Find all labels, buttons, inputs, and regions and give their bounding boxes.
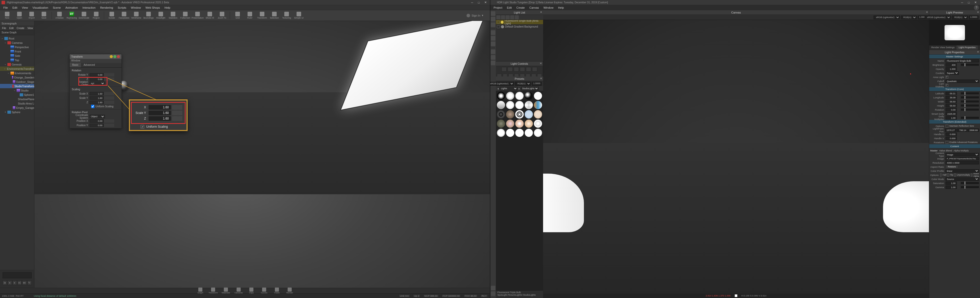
qab-cameras[interactable]: Cameras bbox=[233, 288, 244, 294]
tree-node[interactable]: −Genesis bbox=[0, 62, 34, 67]
grp-master[interactable]: Master Settings bbox=[929, 55, 980, 59]
preset-thumb[interactable] bbox=[506, 120, 514, 128]
tl-loop[interactable]: ↻ bbox=[27, 281, 32, 285]
prop-image[interactable]: P_PRESETS/presets/8b2bc75a-c744-4e9d-82c… bbox=[945, 157, 979, 160]
ll-add[interactable] bbox=[510, 15, 514, 19]
preset-thumb[interactable] bbox=[525, 110, 533, 118]
qab-render[interactable]: Render bbox=[284, 288, 295, 294]
zoom-uniform-cb[interactable]: ✓ bbox=[141, 125, 144, 128]
presets-srgb[interactable]: sRGB (cgMonitor) bbox=[490, 82, 514, 86]
preset-grid[interactable] bbox=[496, 91, 543, 290]
preview-rgba[interactable]: RGB(A) bbox=[952, 16, 968, 19]
preset-thumb[interactable] bbox=[534, 92, 542, 100]
vt-pick[interactable] bbox=[491, 49, 495, 54]
tp-max[interactable] bbox=[113, 55, 116, 58]
vt-rotate[interactable] bbox=[491, 17, 495, 21]
ll-lock[interactable] bbox=[506, 15, 510, 19]
tree-node[interactable]: −Studio bbox=[0, 88, 34, 92]
prop-opacity[interactable]: 1.000 bbox=[945, 67, 957, 71]
prop-arealight[interactable] bbox=[945, 76, 948, 79]
preset-thumb[interactable] bbox=[534, 120, 542, 128]
viewport-3d[interactable]: Transform Window Basic Advanced Rotation… bbox=[35, 21, 490, 288]
preset-thumb[interactable] bbox=[506, 129, 514, 137]
preset-thumb[interactable] bbox=[515, 129, 523, 137]
preset-thumb[interactable] bbox=[525, 92, 533, 100]
uniform-scaling-cb[interactable] bbox=[91, 105, 94, 108]
vt-move[interactable] bbox=[491, 11, 495, 16]
brightness-slider[interactable] bbox=[961, 64, 979, 66]
lc-2[interactable] bbox=[508, 67, 513, 71]
preset-thumb[interactable] bbox=[497, 110, 505, 118]
tl-prev[interactable]: ◂ bbox=[7, 281, 12, 285]
zoom-z[interactable]: 1.60 bbox=[148, 116, 171, 121]
tree-node[interactable]: +Sphere bbox=[0, 110, 34, 114]
vt-blend[interactable] bbox=[491, 36, 495, 41]
lc-3[interactable] bbox=[514, 67, 519, 71]
transform-window-menu[interactable]: Window bbox=[70, 59, 121, 63]
tree-node[interactable]: Front bbox=[0, 49, 34, 54]
prop-maintain[interactable] bbox=[945, 125, 948, 127]
preset-thumb[interactable] bbox=[497, 101, 505, 109]
tab-advanced[interactable]: Advanced bbox=[81, 63, 97, 67]
bc-up[interactable]: ◂ bbox=[497, 87, 499, 90]
tree-node[interactable]: −Root bbox=[0, 36, 34, 41]
prop-gamma[interactable]: 1.00 bbox=[945, 185, 957, 189]
ll-solo[interactable] bbox=[501, 15, 505, 19]
tree-node[interactable]: Studio Area Lights (HDR L bbox=[0, 101, 34, 106]
lightlist-close[interactable]: ✕ bbox=[540, 11, 542, 14]
pivot-x[interactable]: 0.00 bbox=[89, 119, 103, 123]
timeline[interactable]: |◂ ◂ ▸ ▸| ▸▸ ↻ bbox=[0, 270, 34, 288]
qab-materials[interactable]: Materials bbox=[221, 288, 231, 294]
lc-6[interactable] bbox=[532, 67, 537, 71]
preset-thumb[interactable] bbox=[525, 120, 533, 128]
tb-presentation[interactable]: Presentation bbox=[192, 11, 203, 21]
tree-node[interactable]: Orange_Sweden bbox=[0, 75, 34, 79]
tb-raytracing[interactable]: RTRaytracing bbox=[66, 11, 77, 21]
hdrls-close[interactable]: ✕ bbox=[972, 0, 978, 5]
prop-sat[interactable]: 1.00 bbox=[945, 182, 957, 185]
menu-file[interactable]: File bbox=[1, 6, 10, 9]
scale-x[interactable]: 1.60 bbox=[89, 92, 103, 95]
tb-statistics[interactable]: Statistics bbox=[167, 11, 179, 21]
prop-long[interactable]: 38.09 bbox=[945, 96, 957, 99]
tb-headlight[interactable]: Headlight bbox=[155, 11, 166, 21]
hmenu-create[interactable]: Create bbox=[514, 6, 527, 9]
hmenu-canvas[interactable]: Canvas bbox=[527, 6, 541, 9]
tree-node[interactable]: Side bbox=[0, 54, 34, 58]
tl-next[interactable]: ▸| bbox=[18, 281, 22, 285]
rotation-order[interactable]: xyz bbox=[89, 82, 105, 85]
hdrls-min[interactable]: ─ bbox=[959, 0, 965, 5]
bc-studio[interactable]: StudioLights bbox=[521, 87, 539, 90]
menu-interaction[interactable]: Interaction bbox=[80, 6, 98, 9]
ll-folder[interactable] bbox=[515, 15, 519, 19]
tree-node[interactable]: Empty_Garage bbox=[0, 106, 34, 110]
prop-advrot[interactable] bbox=[945, 141, 948, 144]
tb-antialias[interactable]: Antialias bbox=[54, 11, 65, 21]
tb-faceplates[interactable]: Faceplates bbox=[118, 11, 130, 21]
coord-system[interactable]: Object bbox=[89, 115, 105, 118]
vt-color[interactable] bbox=[491, 41, 495, 46]
lc-4[interactable] bbox=[520, 67, 525, 71]
menu-help[interactable]: Help bbox=[162, 6, 173, 9]
lightlist-row[interactable]: Fluorescent Single Bulb [Area Light] bbox=[496, 20, 543, 24]
tb-new[interactable]: New bbox=[2, 11, 13, 21]
tb-zoomto[interactable]: Zoom To bbox=[216, 11, 228, 21]
preset-thumb[interactable] bbox=[534, 110, 542, 118]
hmenu-window[interactable]: Window bbox=[541, 6, 556, 9]
prop-hv[interactable]: 0.000 bbox=[945, 136, 957, 140]
preset-thumb[interactable] bbox=[506, 110, 514, 118]
menu-window[interactable]: Window bbox=[129, 6, 143, 9]
qab-clips[interactable]: Clips bbox=[246, 288, 257, 294]
preview-exposure[interactable]: 1.0000 bbox=[969, 16, 978, 19]
vt-lightpaint[interactable] bbox=[491, 30, 495, 35]
presets-rgba[interactable]: RGB(A) bbox=[515, 82, 531, 86]
tab-render-settings[interactable]: Render View Settings bbox=[929, 45, 956, 50]
tp-min[interactable] bbox=[110, 55, 113, 58]
tb-transform[interactable]: Transform bbox=[256, 11, 268, 21]
vt-settings[interactable] bbox=[491, 286, 495, 290]
prop-colormode[interactable]: Source bbox=[945, 178, 979, 181]
vt-scale[interactable] bbox=[491, 22, 495, 27]
vred-min[interactable]: ─ bbox=[469, 0, 475, 5]
scale-y[interactable]: 1.60 bbox=[89, 97, 103, 100]
preset-thumb[interactable] bbox=[515, 110, 523, 118]
